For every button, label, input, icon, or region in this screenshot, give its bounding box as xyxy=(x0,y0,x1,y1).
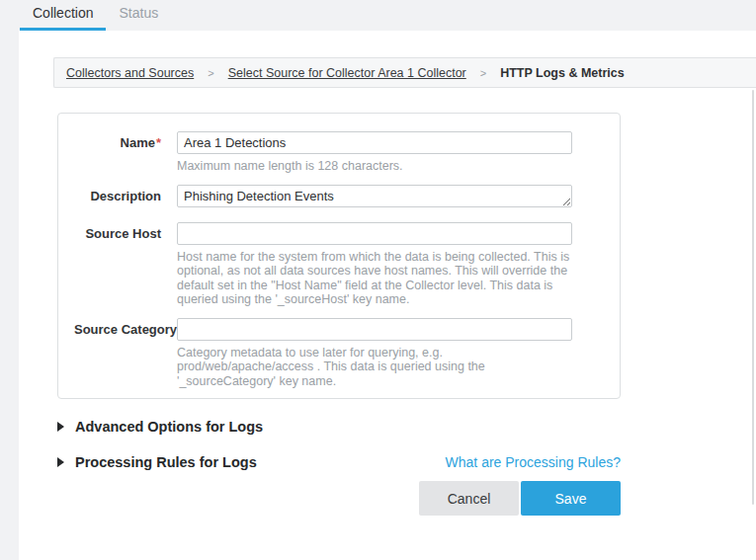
source-category-field-label: Source Category xyxy=(74,318,161,389)
breadcrumb-link-select-source[interactable]: Select Source for Collector Area 1 Colle… xyxy=(228,66,466,80)
description-textarea[interactable]: Phishing Detection Events xyxy=(177,185,572,207)
expand-arrow-icon xyxy=(57,457,64,467)
form-row-source-host: Source Host Host name for the system fro… xyxy=(74,222,620,307)
top-tab-bar: Collection Status xyxy=(0,0,756,31)
breadcrumb: Collectors and Sources > Select Source f… xyxy=(53,57,756,88)
tab-status[interactable]: Status xyxy=(106,0,171,31)
source-host-field-label: Source Host xyxy=(74,222,161,307)
name-label-text: Name xyxy=(121,135,155,150)
form-row-source-category: Source Category Category metadata to use… xyxy=(74,318,620,389)
tab-collection[interactable]: Collection xyxy=(20,0,106,31)
breadcrumb-separator-icon: > xyxy=(208,67,213,79)
breadcrumb-current-page: HTTP Logs & Metrics xyxy=(500,66,624,80)
name-field-label: Name* xyxy=(74,131,161,174)
processing-rules-title: Processing Rules for Logs xyxy=(75,454,257,470)
advanced-options-title: Advanced Options for Logs xyxy=(75,419,263,435)
source-host-help-text: Host name for the system from which the … xyxy=(177,250,572,307)
breadcrumb-separator-icon: > xyxy=(480,67,486,79)
cancel-button[interactable]: Cancel xyxy=(419,481,519,516)
content-sheet: Collectors and Sources > Select Source f… xyxy=(19,31,756,560)
accordion-sections: Advanced Options for Logs Processing Rul… xyxy=(57,419,621,470)
source-category-input[interactable] xyxy=(177,318,572,341)
advanced-options-row: Advanced Options for Logs xyxy=(57,419,621,435)
required-asterisk: * xyxy=(156,135,161,150)
what-are-processing-rules-link[interactable]: What are Processing Rules? xyxy=(446,454,621,470)
description-field-label: Description xyxy=(74,185,161,211)
form-action-buttons: Cancel Save xyxy=(57,481,621,516)
scrollbar[interactable] xyxy=(752,90,754,505)
source-config-form: Name* Maximum name length is 128 charact… xyxy=(57,113,621,399)
name-input[interactable] xyxy=(177,131,572,154)
source-host-input[interactable] xyxy=(177,222,572,245)
source-category-help-text: Category metadata to use later for query… xyxy=(177,346,572,389)
save-button[interactable]: Save xyxy=(521,481,621,516)
processing-rules-row: Processing Rules for Logs What are Proce… xyxy=(57,454,621,470)
advanced-options-toggle[interactable]: Advanced Options for Logs xyxy=(57,419,263,435)
breadcrumb-link-collectors-and-sources[interactable]: Collectors and Sources xyxy=(66,66,194,80)
form-row-description: Description Phishing Detection Events xyxy=(74,185,620,211)
form-row-name: Name* Maximum name length is 128 charact… xyxy=(74,131,620,174)
processing-rules-toggle[interactable]: Processing Rules for Logs xyxy=(57,454,257,470)
name-help-text: Maximum name length is 128 characters. xyxy=(177,159,572,174)
expand-arrow-icon xyxy=(57,422,64,432)
